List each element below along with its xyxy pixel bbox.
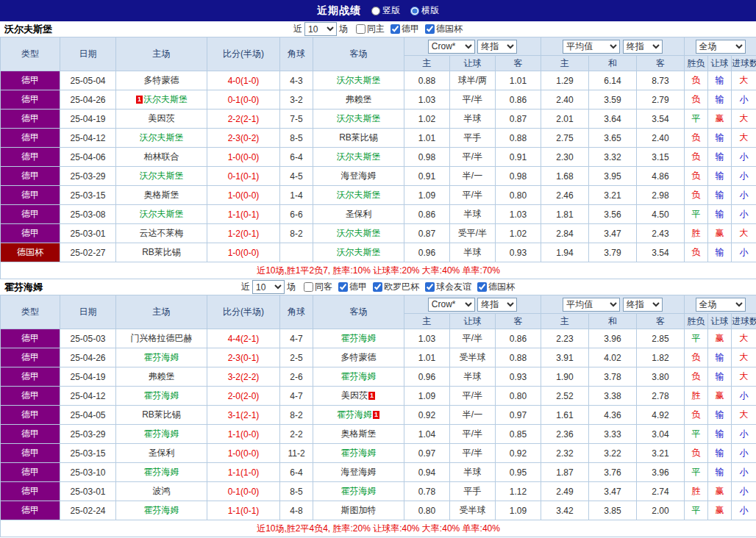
avg-away-cell: 3.21	[637, 444, 685, 463]
filter-checkbox[interactable]	[391, 24, 400, 34]
away-team-name[interactable]: 霍芬海姆	[341, 333, 377, 343]
away-team-name[interactable]: 霍芬海姆	[341, 371, 377, 381]
score-cell[interactable]: 3-1(2-1)	[207, 406, 280, 425]
score-cell[interactable]: 3-2(2-2)	[207, 367, 280, 387]
score-cell[interactable]: 0-1(0-1)	[207, 167, 280, 186]
away-team-name[interactable]: 沃尔夫斯堡	[337, 228, 381, 238]
odds-time-select[interactable]: 终指	[477, 298, 517, 312]
score-cell[interactable]: 4-4(2-1)	[207, 329, 280, 348]
score-cell[interactable]: 1-0(0-0)	[207, 444, 280, 463]
home-team-name[interactable]: 霍芬海姆	[144, 505, 179, 515]
odds-time-select[interactable]: 终指	[477, 40, 517, 54]
match-count-select[interactable]: 10	[252, 280, 285, 294]
avg-time-select[interactable]: 终指	[623, 298, 663, 312]
games-label: 场	[287, 281, 296, 293]
away-team-name[interactable]: 多特蒙德	[341, 352, 377, 362]
away-team-name[interactable]: 弗赖堡	[346, 94, 372, 104]
layout-radio-vertical[interactable]	[371, 7, 380, 15]
away-team-name[interactable]: 霍芬海姆	[341, 486, 377, 496]
home-team-name[interactable]: 霍芬海姆	[144, 352, 179, 362]
score-cell[interactable]: 1-0(0-0)	[207, 148, 280, 167]
home-team-name[interactable]: RB莱比锡	[142, 409, 181, 420]
away-team-name[interactable]: 沃尔夫斯堡	[337, 247, 381, 257]
scope-select[interactable]: 全场	[696, 298, 746, 312]
filter-option[interactable]: 德国杯	[425, 23, 463, 35]
odds-handicap-cell: 平/半	[450, 186, 496, 205]
home-team-name[interactable]: 美因茨	[149, 113, 175, 123]
score-cell[interactable]: 2-3(0-1)	[207, 348, 280, 367]
filter-checkbox[interactable]	[304, 282, 313, 292]
scope-select[interactable]: 全场	[696, 40, 746, 54]
score-cell[interactable]: 0-1(0-0)	[207, 482, 280, 501]
filter-checkbox[interactable]	[477, 282, 487, 292]
away-team-name[interactable]: 沃尔夫斯堡	[337, 113, 381, 123]
avg-time-select[interactable]: 终指	[623, 40, 663, 54]
filter-option[interactable]: 德甲	[338, 281, 367, 293]
score-cell[interactable]: 1-1(0-1)	[207, 205, 280, 224]
score-cell[interactable]: 1-1(1-0)	[207, 463, 280, 482]
score-cell[interactable]: 1-0(0-0)	[207, 186, 280, 205]
away-team-cell: 海登海姆	[313, 167, 404, 186]
match-count-select[interactable]: 10	[304, 22, 337, 36]
filter-option[interactable]: 德国杯	[477, 281, 515, 293]
home-team-name[interactable]: 圣保利	[149, 448, 175, 458]
home-team-name[interactable]: 沃尔夫斯堡	[140, 132, 184, 143]
score-cell[interactable]: 1-1(0-0)	[207, 425, 280, 444]
away-team-name[interactable]: 奥格斯堡	[341, 428, 377, 439]
filter-checkbox[interactable]	[356, 24, 365, 34]
home-team-name[interactable]: 霍芬海姆	[144, 428, 179, 439]
away-team-name[interactable]: 海登海姆	[341, 467, 377, 477]
odds-handicap-cell: 平/半	[450, 425, 496, 444]
home-team-name[interactable]: 云达不莱梅	[140, 228, 184, 238]
score-cell[interactable]: 2-3(0-2)	[207, 129, 280, 148]
sub-header-avg-home: 主	[541, 56, 589, 71]
home-team-name[interactable]: 柏林联合	[144, 151, 179, 162]
home-team-name[interactable]: 沃尔夫斯堡	[140, 209, 184, 219]
home-team-name[interactable]: 多特蒙德	[144, 75, 179, 85]
away-team-name[interactable]: 霍芬海姆	[341, 448, 377, 458]
score-cell[interactable]: 2-2(2-1)	[207, 110, 280, 129]
home-team-name[interactable]: 门兴格拉德巴赫	[131, 333, 193, 343]
avg-home-cell: 2.40	[541, 90, 589, 110]
odds-company-select[interactable]: Crow*	[428, 298, 475, 312]
home-team-name[interactable]: 波鸿	[153, 486, 171, 496]
score-cell[interactable]: 1-1(0-1)	[207, 501, 280, 520]
filter-option[interactable]: 同客	[304, 281, 332, 293]
away-team-name[interactable]: 沃尔夫斯堡	[337, 151, 381, 162]
away-team-name[interactable]: 沃尔夫斯堡	[337, 75, 381, 85]
odds-away-cell: 0.80	[496, 186, 541, 205]
layout-radio-horizontal[interactable]	[410, 7, 419, 15]
odds-company-select[interactable]: Crow*	[428, 40, 475, 54]
home-team-name[interactable]: 霍芬海姆	[144, 390, 179, 401]
away-team-name[interactable]: 圣保利	[346, 209, 372, 219]
away-team-name[interactable]: 霍芬海姆	[337, 409, 372, 420]
score-cell[interactable]: 4-0(1-0)	[207, 71, 280, 90]
filter-checkbox[interactable]	[373, 282, 382, 292]
avg-type-select[interactable]: 平均值	[563, 40, 620, 54]
away-team-name[interactable]: RB莱比锡	[339, 132, 378, 143]
home-team-name[interactable]: 奥格斯堡	[144, 190, 179, 200]
away-team-name[interactable]: 美因茨	[341, 390, 368, 401]
avg-type-select[interactable]: 平均值	[563, 298, 620, 312]
score-cell[interactable]: 1-0(0-0)	[207, 243, 280, 262]
filter-option[interactable]: 同主	[356, 23, 385, 35]
filter-option[interactable]: 德甲	[391, 23, 419, 35]
layout-option-vertical[interactable]: 竖版	[371, 4, 400, 17]
filter-option[interactable]: 球会友谊	[425, 281, 471, 293]
home-team-name[interactable]: 沃尔夫斯堡	[143, 94, 188, 104]
home-team-name[interactable]: 弗赖堡	[149, 371, 175, 381]
filter-option[interactable]: 欧罗巴杯	[373, 281, 419, 293]
home-team-name[interactable]: RB莱比锡	[142, 247, 181, 257]
score-cell[interactable]: 0-1(0-0)	[207, 90, 280, 110]
away-team-name[interactable]: 沃尔夫斯堡	[337, 190, 381, 200]
filter-checkbox[interactable]	[425, 282, 435, 292]
score-cell[interactable]: 1-2(0-1)	[207, 224, 280, 243]
filter-checkbox[interactable]	[425, 24, 435, 34]
away-team-name[interactable]: 海登海姆	[341, 171, 377, 181]
home-team-name[interactable]: 沃尔夫斯堡	[140, 171, 184, 181]
score-cell[interactable]: 2-0(2-0)	[207, 387, 280, 406]
filter-checkbox[interactable]	[338, 282, 348, 292]
home-team-name[interactable]: 霍芬海姆	[144, 467, 179, 477]
away-team-name[interactable]: 斯图加特	[341, 505, 377, 515]
layout-option-horizontal[interactable]: 横版	[410, 4, 439, 17]
